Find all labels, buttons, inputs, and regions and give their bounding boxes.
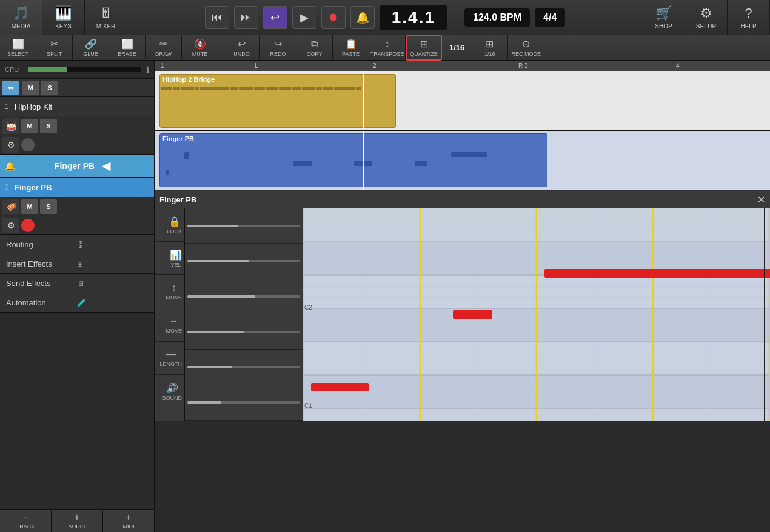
goto-end-button[interactable]: ⏭ <box>234 6 258 29</box>
copy-icon: ⧉ <box>311 39 318 50</box>
shop-icon: 🛒 <box>655 5 672 21</box>
track2-instrument-icon[interactable]: 🪗 <box>2 199 19 214</box>
quantize-button[interactable]: ⊞ QUANTIZE <box>406 35 442 61</box>
hiphop-bridge-clip[interactable]: HipHop 2 Bridge <box>159 74 396 128</box>
record-button[interactable]: ⏺ <box>321 6 346 29</box>
track1-name-row: 1 HipHop Kit <box>0 97 154 116</box>
undo-transport-button[interactable]: ↩ <box>263 6 287 29</box>
metronome-button[interactable]: 🔔 <box>350 6 375 29</box>
routing-arrow: 🎛 <box>77 241 148 249</box>
insert-effects-section[interactable]: Insert Effects ⊞ <box>0 254 154 274</box>
minus-track-btn[interactable]: − TRACK <box>0 510 52 532</box>
pr-note-1[interactable] <box>544 269 770 278</box>
shop-button[interactable]: 🛒 SHOP <box>643 0 685 35</box>
bar-line-4 <box>652 208 654 421</box>
left-panel: CPU ℹ ⬌ M S 1 HipHop Kit 🥁 M S ⚙ <box>0 61 155 532</box>
track2: 🔔 Finger PB ◀ 2 Finger PB 🪗 M S ⚙ <box>0 155 154 235</box>
routing-section[interactable]: Routing 🎛 <box>0 235 154 254</box>
track2-settings-icon[interactable]: ⚙ <box>2 218 19 233</box>
second-toolbar: ⬜ SELECT ✂ SPLIT 🔗 GLUE ⬜ ERASE ✏ DRAW 🔇… <box>0 35 770 61</box>
glue-icon: 🔗 <box>85 38 97 50</box>
bpm-display[interactable]: 124.0 BPM <box>464 8 530 27</box>
c2-marker: C2 <box>304 304 312 311</box>
paste-button[interactable]: 📋 PASTE <box>333 35 369 61</box>
play-button[interactable]: ▶ <box>292 6 316 29</box>
pr-slider-move-vert-bar[interactable] <box>187 295 300 298</box>
pr-note-2[interactable] <box>453 310 492 319</box>
rewind-button[interactable]: ⏮ <box>205 6 229 29</box>
track-m-btn[interactable]: M <box>22 81 39 95</box>
pr-slider-length[interactable] <box>185 350 303 385</box>
pr-label-list: 🔒 LOCK 📊 VEL <box>155 208 185 421</box>
setup-icon: ⚙ <box>700 5 712 21</box>
track2-mute-btn[interactable]: M <box>21 199 38 214</box>
clip2-label: Finger PB <box>160 134 547 144</box>
pr-slider-sound[interactable] <box>185 385 303 421</box>
pr-grid[interactable]: C2 C1 <box>303 208 770 421</box>
cpu-bar-fill <box>28 67 67 72</box>
track1-instrument-icon[interactable]: 🥁 <box>2 118 19 134</box>
cpu-info-icon[interactable]: ℹ <box>146 65 149 75</box>
automation-arrow: 🧪 <box>77 299 148 307</box>
pr-slider-vel[interactable] <box>185 244 303 279</box>
glue-tool[interactable]: 🔗 GLUE <box>73 35 109 61</box>
add-midi-btn[interactable]: + MIDI <box>103 510 154 532</box>
pr-note-3[interactable] <box>311 383 369 391</box>
select-tool[interactable]: ⬜ SELECT <box>0 35 36 61</box>
copy-button[interactable]: ⧉ COPY <box>296 35 333 61</box>
track1-circle-icon[interactable] <box>21 138 35 151</box>
timeline-area: 1 L 2 R 3 4 HipHop 2 Bridge <box>155 61 770 532</box>
finger-pb-arrow[interactable]: ◀ <box>102 159 149 173</box>
finger-pb-selected-label: 🔔 Finger PB ◀ <box>0 155 154 178</box>
pr-slider-lock[interactable] <box>185 208 303 244</box>
marker-L: L <box>255 62 258 69</box>
keys-button[interactable]: 🎹 KEYS <box>42 0 85 35</box>
track2-solo-btn[interactable]: S <box>40 199 57 214</box>
marker-3: 3 <box>524 62 528 69</box>
position-display[interactable]: 1.4.1 <box>380 5 447 30</box>
pr-close-btn[interactable]: ✕ <box>757 194 765 205</box>
time-sig-display[interactable]: 4/4 <box>535 8 565 27</box>
setup-button[interactable]: ⚙ SETUP <box>685 0 728 35</box>
split-tool[interactable]: ✂ SPLIT <box>36 35 73 61</box>
send-effects-arrow: 🖥 <box>77 279 148 288</box>
track1-mute-btn[interactable]: M <box>21 119 38 133</box>
mixer-button[interactable]: 🎚 MIXER <box>85 0 127 35</box>
pr-slider-move-horiz-bar[interactable] <box>187 331 300 333</box>
track2-lane[interactable]: Finger PB <box>155 131 770 190</box>
redo-button[interactable]: ↪ REDO <box>260 35 296 61</box>
pr-slider-sound-bar[interactable] <box>187 401 300 404</box>
add-audio-btn[interactable]: + AUDIO <box>52 510 103 532</box>
media-button[interactable]: 🎵 MEDIA <box>0 0 42 35</box>
undo-button[interactable]: ↩ UNDO <box>224 35 260 61</box>
transpose-button[interactable]: ↕ TRANSPOSE <box>369 35 406 61</box>
quant-value2-btn[interactable]: ⊞ 1/16 <box>472 35 508 61</box>
playhead1 <box>363 71 364 130</box>
finger-pb-clip[interactable]: Finger PB <box>159 133 547 187</box>
mute-icon: 🔇 <box>194 38 206 50</box>
erase-tool[interactable]: ⬜ ERASE <box>109 35 146 61</box>
help-button[interactable]: ? HELP <box>728 0 770 35</box>
mute-tool[interactable]: 🔇 MUTE <box>182 35 218 61</box>
bar-line-2 <box>420 208 421 421</box>
draw-tool[interactable]: ✏ DRAW <box>146 35 182 61</box>
track2-record-icon[interactable] <box>21 219 35 232</box>
rec-mode-button[interactable]: ⊙ REC MODE <box>508 35 544 61</box>
send-effects-section[interactable]: Send Effects 🖥 <box>0 274 154 293</box>
pr-slider-lock-bar[interactable] <box>187 225 300 227</box>
pr-slider-vel-bar[interactable] <box>187 260 300 262</box>
paste-icon: 📋 <box>345 38 357 50</box>
track-view-btn[interactable]: ⬌ <box>2 81 19 95</box>
pr-slider-move-vert[interactable] <box>185 279 303 314</box>
pr-slider-length-bar[interactable] <box>187 366 300 368</box>
track1-settings-icon[interactable]: ⚙ <box>2 137 19 153</box>
automation-section[interactable]: Automation 🧪 <box>0 293 154 313</box>
track1-lane[interactable]: HipHop 2 Bridge <box>155 71 770 131</box>
quantize-value[interactable]: 1/16 <box>442 43 472 52</box>
pr-label-sound: 🔊 SOUND <box>155 375 184 408</box>
track1-solo-btn[interactable]: S <box>40 119 57 133</box>
pr-slider-move-horiz[interactable] <box>185 314 303 350</box>
track2-controls2: ⚙ <box>0 216 154 234</box>
clip1-label: HipHop 2 Bridge <box>160 75 395 84</box>
track-s-btn[interactable]: S <box>41 81 58 95</box>
